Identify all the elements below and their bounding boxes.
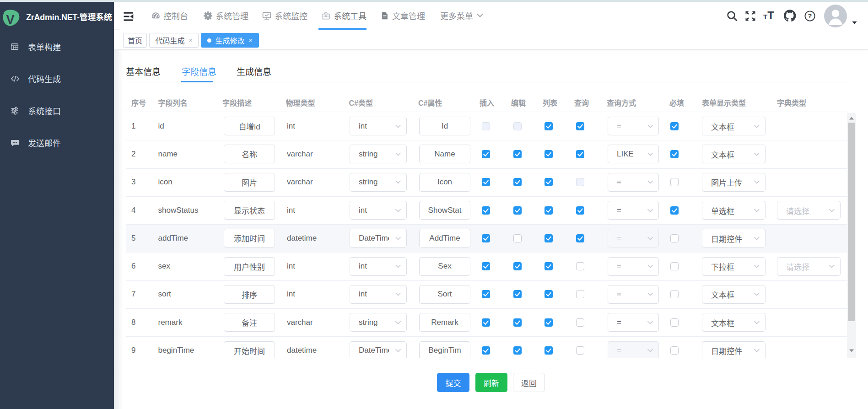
svg-text:V: V: [6, 13, 14, 27]
svg-text:?: ?: [808, 12, 812, 20]
